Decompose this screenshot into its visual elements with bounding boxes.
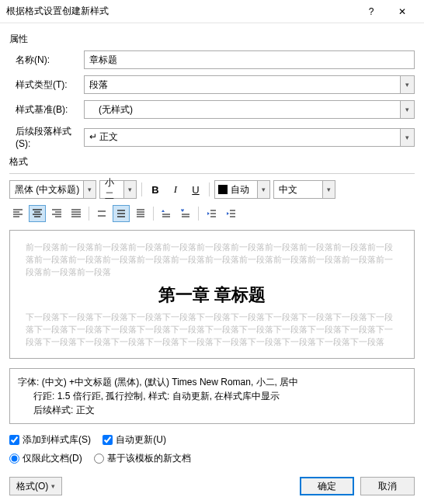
follow-style-select[interactable]: ↵ 正文▾ [84,128,415,147]
format-menu-button[interactable]: 格式(O)▾ [9,477,62,495]
checkbox-row: 添加到样式库(S) 自动更新(U) [9,433,415,447]
description-line: 字体: (中文) +中文标题 (黑体), (默认) Times New Roma… [18,375,406,389]
radio-row: 仅限此文档(D) 基于该模板的新文档 [9,452,415,466]
close-button[interactable]: ✕ [387,1,418,23]
label-follow-style: 后续段落样式(S): [9,125,84,149]
preview-panel: 前一段落前一段落前一段落前一段落前一段落前一段落前一段落前一段落前一段落前一段落… [9,230,415,359]
indent-increase-icon[interactable] [222,205,239,222]
font-size-select[interactable]: 小二▾ [99,180,137,199]
label-style-type: 样式类型(T): [9,78,84,92]
chevron-down-icon: ▾ [400,129,414,146]
paragraph-toolbar [9,205,415,222]
label-name: 名称(N): [9,54,84,67]
separator [141,182,142,196]
section-format: 格式 [9,155,415,169]
preview-before-text: 前一段落前一段落前一段落前一段落前一段落前一段落前一段落前一段落前一段落前一段落… [26,242,398,279]
chevron-down-icon: ▾ [400,76,414,93]
separator [209,182,210,196]
this-document-radio[interactable]: 仅限此文档(D) [9,452,82,465]
space-before-increase-icon[interactable] [158,205,175,222]
space-before-decrease-icon[interactable] [177,205,194,222]
separator [198,207,199,221]
dialog-footer: 格式(O)▾ 确定 取消 [9,477,415,495]
style-description: 字体: (中文) +中文标题 (黑体), (默认) Times New Roma… [9,368,415,424]
line-spacing-15-icon[interactable] [113,205,130,222]
dialog-title: 根据格式设置创建新样式 [6,5,356,18]
description-line: 行距: 1.5 倍行距, 孤行控制, 样式: 自动更新, 在样式库中显示 [18,389,406,403]
chevron-down-icon: ▾ [400,101,414,118]
based-on-select[interactable]: (无样式)▾ [84,100,415,119]
ok-button[interactable]: 确定 [300,477,354,495]
underline-button[interactable]: U [187,181,204,198]
preview-after-text: 下一段落下一段落下一段落下一段落下一段落下一段落下一段落下一段落下一段落下一段落… [26,311,398,349]
help-button[interactable]: ? [356,1,387,23]
align-right-icon[interactable] [48,205,65,222]
template-radio[interactable]: 基于该模板的新文档 [94,452,191,465]
language-select[interactable]: 中文▾ [273,180,335,199]
font-color-select[interactable]: 自动▾ [214,180,270,199]
separator [89,207,89,221]
color-swatch [218,185,228,194]
font-family-select[interactable]: 黑体 (中文标题)▾ [9,180,96,199]
font-toolbar: 黑体 (中文标题)▾ 小二▾ B I U 自动▾ 中文▾ [9,180,415,199]
bold-button[interactable]: B [147,181,164,198]
line-spacing-2-icon[interactable] [132,205,149,222]
align-center-icon[interactable] [29,205,46,222]
label-based-on: 样式基准(B): [9,103,84,116]
cancel-button[interactable]: 取消 [360,477,415,495]
add-to-gallery-checkbox[interactable]: 添加到样式库(S) [9,433,91,447]
indent-decrease-icon[interactable] [203,205,220,222]
name-input[interactable]: 章标题 [84,50,415,69]
title-bar: 根据格式设置创建新样式 ? ✕ [0,0,424,23]
align-justify-icon[interactable] [68,205,85,222]
auto-update-checkbox[interactable]: 自动更新(U) [103,433,166,447]
align-left-icon[interactable] [9,205,26,222]
line-spacing-1-icon[interactable] [93,205,110,222]
separator [153,207,154,221]
description-line: 后续样式: 正文 [18,403,406,417]
italic-button[interactable]: I [167,181,184,198]
style-type-select[interactable]: 段落▾ [84,75,415,94]
section-properties: 属性 [9,33,415,46]
preview-sample-text: 第一章 章标题 [26,283,398,307]
divider [9,173,415,174]
